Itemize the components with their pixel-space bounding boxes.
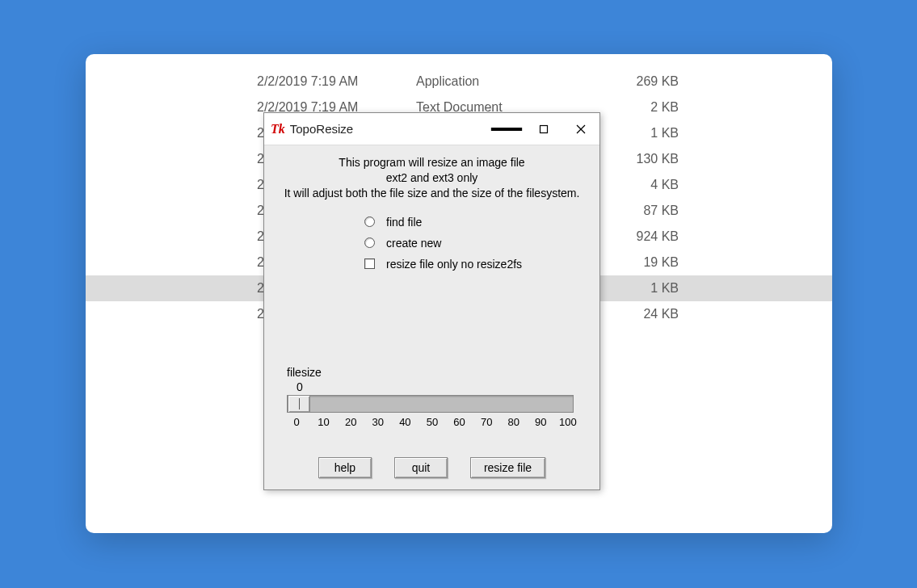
slider-tick: 80 xyxy=(504,416,524,428)
quit-button[interactable]: quit xyxy=(394,457,448,478)
dialog-buttons: help quit resize file xyxy=(264,457,599,478)
svg-rect-1 xyxy=(541,125,548,132)
slider-value: 0 xyxy=(297,380,578,393)
slider-thumb[interactable] xyxy=(288,395,310,413)
slider-tick: 10 xyxy=(314,416,334,428)
slider-tick: 70 xyxy=(477,416,496,428)
slider-ticks: 0102030405060708090100 xyxy=(287,416,578,428)
radio-icon xyxy=(364,216,375,227)
radio-create-new[interactable]: create new xyxy=(364,237,587,250)
slider-tick: 20 xyxy=(341,416,360,428)
description-text: This program will resize an image file e… xyxy=(277,155,587,201)
minimize-button[interactable] xyxy=(488,113,525,145)
file-size: 269 KB xyxy=(575,74,679,89)
slider-tick: 100 xyxy=(558,416,578,428)
file-type: Application xyxy=(416,74,575,89)
slider-tick: 0 xyxy=(287,416,306,428)
resize-file-button[interactable]: resize file xyxy=(470,457,545,478)
slider-tick: 60 xyxy=(450,416,469,428)
close-button[interactable] xyxy=(562,113,599,145)
slider-tick: 50 xyxy=(423,416,442,428)
radio-label: find file xyxy=(386,216,422,229)
checkbox-label: resize file only no resize2fs xyxy=(386,258,522,271)
titlebar[interactable]: Tk TopoResize xyxy=(264,113,599,145)
checkbox-resize-only[interactable]: resize file only no resize2fs xyxy=(364,258,587,271)
slider-tick: 30 xyxy=(368,416,388,428)
desc-line-1: This program will resize an image file xyxy=(277,155,587,170)
radio-find-file[interactable]: find file xyxy=(364,216,587,229)
toporesize-dialog: Tk TopoResize This program will resize a… xyxy=(263,112,600,490)
window-title: TopoResize xyxy=(290,122,353,136)
radio-icon xyxy=(364,237,375,248)
filesize-slider-section: filesize 0 0102030405060708090100 xyxy=(287,366,578,428)
radio-label: create new xyxy=(386,237,441,250)
tk-app-icon: Tk xyxy=(271,122,285,136)
checkbox-icon xyxy=(364,258,375,269)
desc-line-3: It will adjust both the file size and th… xyxy=(277,186,587,201)
options-group: find file create new resize file only no… xyxy=(364,216,587,271)
dialog-body: This program will resize an image file e… xyxy=(264,145,599,271)
slider-tick: 90 xyxy=(531,416,550,428)
slider-label: filesize xyxy=(287,366,578,379)
slider-tick: 40 xyxy=(395,416,414,428)
help-button[interactable]: help xyxy=(318,457,372,478)
maximize-button[interactable] xyxy=(525,113,562,145)
file-row[interactable]: 2/2/2019 7:19 AMApplication269 KB xyxy=(86,69,832,94)
desc-line-2: ext2 and ext3 only xyxy=(277,170,587,186)
file-date: 2/2/2019 7:19 AM xyxy=(257,74,416,89)
filesize-slider[interactable] xyxy=(287,395,574,413)
